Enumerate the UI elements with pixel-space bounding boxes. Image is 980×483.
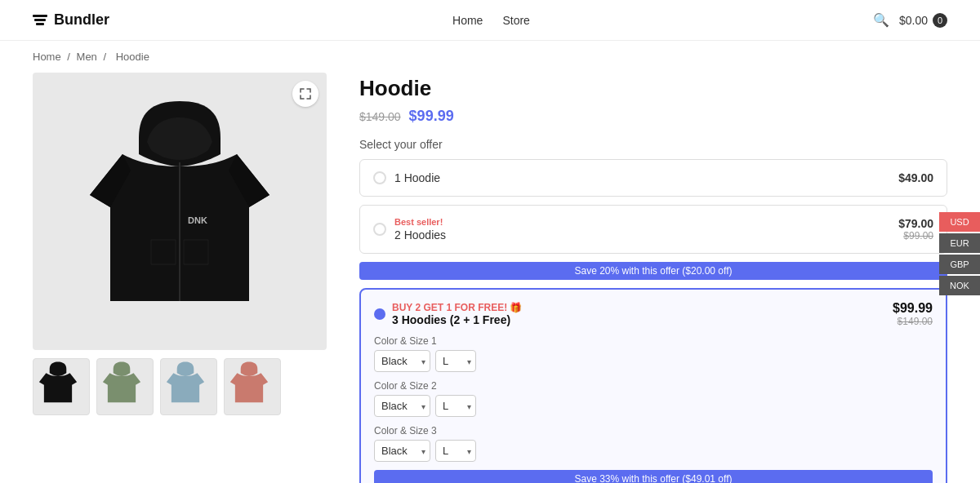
offer-1-radio [373, 171, 386, 184]
svg-text:DNK: DNK [188, 215, 207, 225]
price-row: $149.00 $99.99 [359, 108, 947, 125]
breadcrumb-men[interactable]: Men [77, 51, 97, 63]
color-size-2-label: Color & Size 2 [374, 380, 933, 392]
currency-usd[interactable]: USD [939, 212, 980, 232]
header-right: 🔍 $0.00 0 [873, 12, 947, 28]
main-nav: Home Store [452, 14, 530, 27]
color-select-2-wrap: Black Green Blue Pink [374, 395, 430, 417]
color-size-group-2: Color & Size 2 Black Green Blue Pink XS [374, 380, 933, 417]
bundle-save-badge: Save 33% with this offer ($49.01 off) [374, 470, 933, 483]
image-area: DNK [33, 73, 327, 483]
currency-gbp[interactable]: GBP [939, 255, 980, 274]
search-icon[interactable]: 🔍 [873, 12, 889, 28]
color-select-2[interactable]: Black Green Blue Pink [374, 395, 430, 417]
cart-button[interactable]: $0.00 0 [899, 13, 947, 28]
color-select-1-wrap: Black Green Blue Pink [374, 350, 430, 372]
offer-1-price: $49.00 [898, 171, 933, 184]
offer-1-label: 1 Hoodie [394, 171, 440, 184]
price-sale: $99.99 [409, 108, 454, 125]
product-details: Hoodie $149.00 $99.99 Select your offer … [359, 73, 947, 483]
cart-badge: 0 [933, 13, 947, 28]
size-select-2-wrap: XS S M L XL [435, 395, 476, 417]
main-product-image: DNK [33, 73, 327, 350]
expand-icon [300, 88, 311, 100]
offer-2-radio [373, 223, 386, 236]
bundle-price: $99.99 [893, 301, 933, 316]
thumbnail-green[interactable] [96, 358, 154, 415]
breadcrumb-home[interactable]: Home [33, 51, 61, 63]
color-select-3-wrap: Black Green Blue Pink [374, 440, 430, 462]
breadcrumb-current: Hoodie [116, 51, 149, 63]
color-select-3[interactable]: Black Green Blue Pink [374, 440, 430, 462]
bundle-price-original: $149.00 [893, 316, 933, 327]
logo-text: Bundler [54, 11, 109, 29]
size-select-1-wrap: XS S M L XL [435, 350, 476, 372]
size-select-3[interactable]: XS S M L XL [435, 440, 476, 462]
bundle-promo-text: BUY 2 GET 1 FOR FREE! 🎁 [392, 302, 886, 313]
logo-icon [33, 15, 47, 25]
color-select-1[interactable]: Black Green Blue Pink [374, 350, 430, 372]
price-original: $149.00 [359, 110, 401, 123]
offer-2-original-price: $99.00 [898, 230, 933, 242]
best-seller-badge: Best seller! [394, 217, 446, 227]
currency-eur[interactable]: EUR [939, 233, 980, 253]
expand-button[interactable] [292, 81, 318, 107]
size-select-3-wrap: XS S M L XL [435, 440, 476, 462]
bundle-card[interactable]: BUY 2 GET 1 FOR FREE! 🎁 3 Hoodies (2 + 1… [359, 288, 947, 483]
header: Bundler Home Store 🔍 $0.00 0 [0, 0, 980, 41]
offer-2-label: 2 Hoodies [394, 228, 446, 242]
bundle-radio-dot [374, 308, 385, 320]
cart-price: $0.00 [899, 14, 928, 27]
thumbnail-pink[interactable] [224, 358, 281, 415]
offer-1-card[interactable]: 1 Hoodie $49.00 [359, 159, 947, 197]
breadcrumb: Home / Men / Hoodie [0, 41, 980, 73]
thumbnail-blue[interactable] [160, 358, 217, 415]
color-size-group-1: Color & Size 1 Black Green Blue Pink XS [374, 335, 933, 372]
select-offer-label: Select your offer [359, 138, 947, 151]
size-select-2[interactable]: XS S M L XL [435, 395, 476, 417]
offer-2-card[interactable]: Best seller! 2 Hoodies $79.00 $99.00 [359, 205, 947, 254]
currency-sidebar: USD EUR GBP NOK [939, 212, 980, 295]
currency-nok[interactable]: NOK [939, 276, 980, 295]
thumbnail-black[interactable] [33, 358, 90, 415]
product-title: Hoodie [359, 76, 947, 101]
bundle-title: 3 Hoodies (2 + 1 Free) [392, 313, 886, 326]
main-content: DNK [0, 73, 980, 483]
thumbnail-list [33, 358, 327, 415]
nav-home[interactable]: Home [452, 14, 483, 27]
color-size-3-label: Color & Size 3 [374, 425, 933, 436]
color-size-group-3: Color & Size 3 Black Green Blue Pink XS [374, 425, 933, 462]
hoodie-image-svg: DNK [65, 89, 294, 334]
offer-2-save-badge: Save 20% with this offer ($20.00 off) [359, 262, 947, 280]
nav-store[interactable]: Store [502, 14, 529, 27]
offer-2-price: $79.00 [898, 217, 933, 230]
color-size-1-label: Color & Size 1 [374, 335, 933, 347]
logo[interactable]: Bundler [33, 11, 109, 29]
size-select-1[interactable]: XS S M L XL [435, 350, 476, 372]
